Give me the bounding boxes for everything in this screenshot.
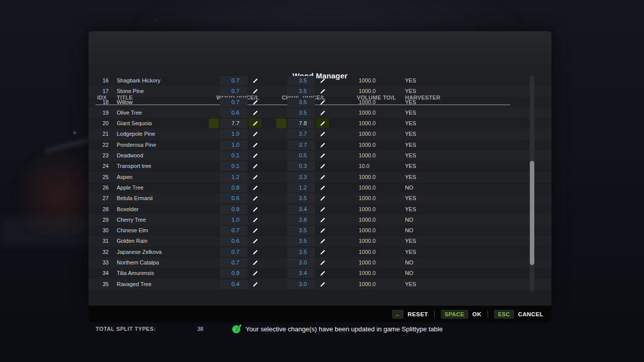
wood-price-field[interactable]: 0.1 bbox=[220, 161, 248, 171]
total-split-types-label: TOTAL SPLIT TYPES: bbox=[96, 326, 156, 332]
chips-price-field[interactable]: 3.5 bbox=[287, 247, 315, 257]
edit-chips-price-button[interactable] bbox=[316, 108, 329, 118]
chips-price-field[interactable]: 3.5 bbox=[287, 226, 315, 235]
wood-price-field[interactable]: 0.7 bbox=[220, 76, 248, 85]
wood-price-field[interactable]: 7.7 bbox=[220, 119, 248, 128]
edit-wood-price-button[interactable] bbox=[249, 161, 262, 171]
edit-wood-price-button[interactable] bbox=[249, 76, 262, 85]
row-harvester: NO bbox=[405, 183, 414, 193]
wood-price-field[interactable]: 0.7 bbox=[220, 226, 248, 235]
edit-wood-price-button[interactable] bbox=[249, 205, 262, 214]
chips-price-field[interactable]: 3.5 bbox=[287, 98, 315, 107]
edit-wood-price-button[interactable] bbox=[249, 183, 262, 193]
edit-chips-price-button[interactable] bbox=[316, 194, 329, 203]
edit-chips-price-button[interactable] bbox=[316, 98, 329, 107]
edit-chips-price-button[interactable] bbox=[316, 119, 329, 128]
table-row: 17 Stone Pine 0.7 3.5 1000.0 YES bbox=[89, 86, 551, 97]
edit-wood-price-button[interactable] bbox=[249, 108, 262, 118]
reset-button[interactable]: RESET bbox=[408, 311, 428, 317]
chips-price-field[interactable]: 3.5 bbox=[287, 108, 315, 118]
cancel-key-hint: ESC bbox=[494, 310, 514, 319]
row-harvester: YES bbox=[405, 140, 416, 150]
chips-price-field[interactable]: 0.5 bbox=[287, 151, 315, 160]
row-volume: 1000.0 bbox=[359, 225, 376, 236]
edit-wood-price-button[interactable] bbox=[249, 268, 262, 278]
edit-wood-price-button[interactable] bbox=[249, 172, 262, 182]
wood-price-field[interactable]: 0.7 bbox=[220, 258, 248, 267]
pencil-icon bbox=[253, 185, 258, 191]
wood-price-field[interactable]: 0.9 bbox=[220, 205, 248, 214]
edit-wood-price-button[interactable] bbox=[249, 119, 262, 128]
chips-price-field[interactable]: 3.0 bbox=[287, 280, 315, 289]
chips-price-field[interactable]: 3.0 bbox=[287, 258, 315, 267]
wood-price-field[interactable]: 1.0 bbox=[220, 140, 248, 150]
chips-price-field[interactable]: 3.7 bbox=[287, 129, 315, 139]
wood-price-field[interactable]: 0.1 bbox=[220, 151, 248, 160]
edit-chips-price-button[interactable] bbox=[316, 215, 329, 225]
wood-price-field[interactable]: 1.2 bbox=[220, 172, 248, 182]
edit-wood-price-button[interactable] bbox=[249, 236, 262, 246]
chips-price-field[interactable]: 7.8 bbox=[287, 119, 315, 128]
pencil-icon bbox=[320, 185, 326, 191]
chips-price-field[interactable]: 0.3 bbox=[287, 161, 315, 171]
edit-chips-price-button[interactable] bbox=[316, 236, 329, 246]
wood-price-field[interactable]: 0.6 bbox=[220, 108, 248, 118]
edit-chips-price-button[interactable] bbox=[316, 226, 329, 235]
edit-wood-price-button[interactable] bbox=[249, 151, 262, 160]
wood-price-field[interactable]: 0.7 bbox=[220, 86, 248, 96]
scrollbar-thumb[interactable] bbox=[530, 161, 534, 265]
edit-wood-price-button[interactable] bbox=[249, 258, 262, 267]
edit-wood-price-button[interactable] bbox=[249, 215, 262, 225]
edit-chips-price-button[interactable] bbox=[316, 247, 329, 257]
ok-button[interactable]: OK bbox=[472, 311, 481, 317]
table-row: 35 Ravaged Tree 0.4 3.0 1000.0 YES bbox=[89, 279, 551, 290]
wood-price-field[interactable]: 0.8 bbox=[220, 183, 248, 193]
edit-chips-price-button[interactable] bbox=[316, 280, 329, 289]
edit-wood-price-button[interactable] bbox=[249, 98, 262, 107]
edit-chips-price-button[interactable] bbox=[316, 183, 329, 193]
wood-price-field[interactable]: 1.0 bbox=[220, 215, 248, 225]
chips-price-field[interactable]: 3.5 bbox=[287, 86, 315, 96]
chips-price-field[interactable]: 3.8 bbox=[287, 215, 315, 225]
wood-price-field[interactable]: 0.7 bbox=[220, 98, 248, 107]
row-title: Boxelder bbox=[117, 204, 138, 215]
edit-chips-price-button[interactable] bbox=[316, 140, 329, 150]
edit-chips-price-button[interactable] bbox=[316, 258, 329, 267]
wood-price-field[interactable]: 0.6 bbox=[220, 194, 248, 203]
wood-price-field[interactable]: 0.7 bbox=[220, 247, 248, 257]
row-title: Northern Catalpa bbox=[117, 257, 159, 268]
edit-wood-price-button[interactable] bbox=[249, 280, 262, 289]
edit-chips-price-button[interactable] bbox=[316, 76, 329, 85]
chips-price-field[interactable]: 3.5 bbox=[287, 76, 315, 85]
edit-chips-price-button[interactable] bbox=[316, 205, 329, 214]
wood-price-field[interactable]: 0.4 bbox=[220, 280, 248, 289]
wood-price-field[interactable]: 0.6 bbox=[220, 236, 248, 246]
chips-price-field[interactable]: 3.3 bbox=[287, 172, 315, 182]
chips-price-field[interactable]: 1.2 bbox=[287, 183, 315, 193]
edit-chips-price-button[interactable] bbox=[316, 129, 329, 139]
row-harvester: YES bbox=[405, 247, 416, 257]
chips-price-field[interactable]: 3.4 bbox=[287, 268, 315, 278]
edit-wood-price-button[interactable] bbox=[249, 140, 262, 150]
edit-wood-price-button[interactable] bbox=[249, 194, 262, 203]
chips-price-field[interactable]: 3.5 bbox=[287, 236, 315, 246]
edit-chips-price-button[interactable] bbox=[316, 151, 329, 160]
edit-wood-price-button[interactable] bbox=[249, 86, 262, 96]
wood-price-field[interactable]: 0.9 bbox=[220, 268, 248, 278]
pencil-icon bbox=[253, 282, 258, 287]
chips-price-field[interactable]: 3.4 bbox=[287, 205, 315, 214]
edit-chips-price-button[interactable] bbox=[316, 172, 329, 182]
edit-chips-price-button[interactable] bbox=[316, 161, 329, 171]
scrollbar-track[interactable] bbox=[530, 75, 534, 292]
edit-wood-price-button[interactable] bbox=[249, 129, 262, 139]
chips-price-field[interactable]: 3.7 bbox=[287, 140, 315, 150]
chips-price-field[interactable]: 3.5 bbox=[287, 194, 315, 203]
edit-chips-price-button[interactable] bbox=[316, 86, 329, 96]
row-title: Olive Tree bbox=[117, 108, 142, 118]
edit-chips-price-button[interactable] bbox=[316, 268, 329, 278]
edit-wood-price-button[interactable] bbox=[249, 247, 262, 257]
edit-wood-price-button[interactable] bbox=[249, 226, 262, 235]
cancel-button[interactable]: CANCEL bbox=[518, 311, 543, 317]
row-idx: 20 bbox=[89, 118, 109, 129]
wood-price-field[interactable]: 1.0 bbox=[220, 129, 248, 139]
